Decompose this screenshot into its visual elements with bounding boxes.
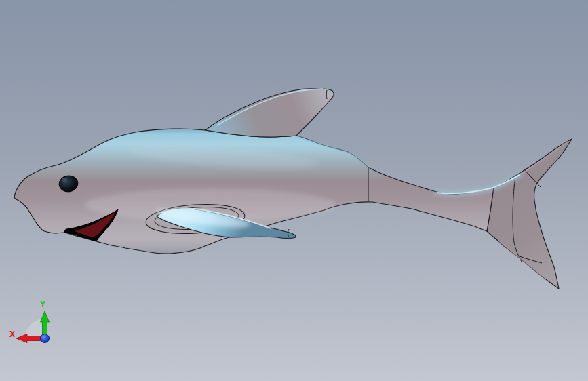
cad-viewport[interactable]: X Y <box>0 0 588 381</box>
eye-highlight <box>62 178 67 182</box>
viewport-canvas[interactable]: X Y <box>0 0 588 381</box>
z-axis-hub[interactable] <box>41 334 50 343</box>
x-axis-label: X <box>9 329 15 339</box>
y-axis-label: Y <box>40 300 45 309</box>
